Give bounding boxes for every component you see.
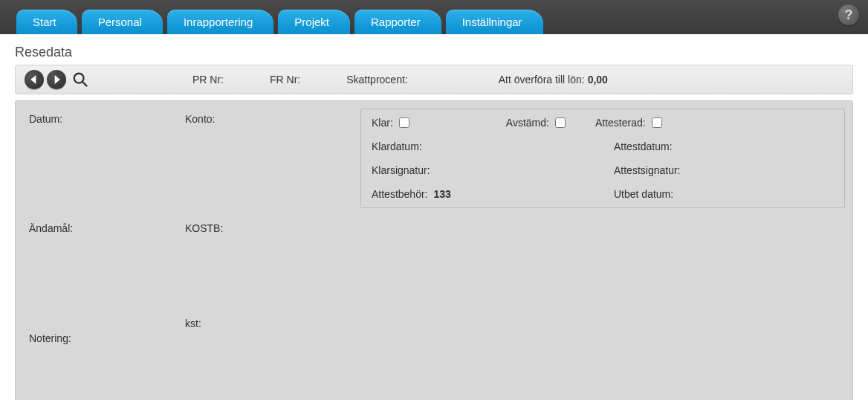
chevron-right-icon bbox=[52, 75, 61, 84]
transfer-value: 0,00 bbox=[588, 74, 608, 86]
attesterad-checkbox[interactable] bbox=[652, 117, 662, 128]
details-right: Klar: Avstämd: Attesterad: Klardatum: At… bbox=[360, 109, 845, 208]
klar-checkbox[interactable] bbox=[399, 117, 409, 128]
notering-label: Notering: bbox=[29, 332, 178, 400]
nav-tab-personal[interactable]: Personal bbox=[82, 10, 163, 34]
skatt-field: Skattprocent: bbox=[346, 74, 411, 86]
search-button[interactable] bbox=[71, 70, 90, 89]
help-icon[interactable]: ? bbox=[838, 4, 859, 25]
nav-tab-inrapportering[interactable]: Inrapportering bbox=[167, 10, 273, 34]
details-panel: Datum: Konto: Ändamål: KOSTB: Notering: … bbox=[15, 100, 853, 400]
konto-label: Konto: bbox=[185, 113, 347, 212]
fr-nr-label: FR Nr: bbox=[270, 74, 300, 86]
nav-tab-installningar[interactable]: Inställningar bbox=[446, 10, 543, 34]
utbet-label: Utbet datum: bbox=[614, 188, 673, 200]
transfer-field: Att överföra till lön: 0,00 bbox=[499, 74, 608, 86]
toolbar: PR Nr: FR Nr: Skattprocent: Att överföra… bbox=[15, 65, 853, 94]
nav-tab-start[interactable]: Start bbox=[16, 10, 77, 34]
attestdatum-label: Attestdatum: bbox=[614, 141, 673, 152]
next-record-button[interactable] bbox=[47, 70, 66, 89]
datum-label: Datum: bbox=[29, 113, 178, 212]
svg-line-3 bbox=[82, 82, 87, 86]
page-title: Resedata bbox=[15, 45, 853, 60]
attestbehor-label: Attestbehör: bbox=[372, 188, 428, 200]
klardatum-label: Klardatum: bbox=[372, 141, 422, 152]
attesterad-label: Attesterad: bbox=[595, 117, 646, 129]
svg-marker-1 bbox=[55, 75, 60, 84]
top-nav: Start Personal Inrapportering Projekt Ra… bbox=[0, 0, 868, 34]
klarsignatur-label: Klarsignatur: bbox=[372, 164, 430, 176]
transfer-label: Att överföra till lön: bbox=[499, 74, 585, 86]
prev-record-button[interactable] bbox=[25, 70, 44, 89]
kostb-label: KOSTB: bbox=[185, 222, 347, 321]
klar-label: Klar: bbox=[372, 117, 393, 129]
chevron-left-icon bbox=[30, 75, 39, 84]
details-left: Datum: Konto: Ändamål: KOSTB: Notering: … bbox=[23, 109, 350, 400]
avstamd-checkbox[interactable] bbox=[555, 117, 566, 128]
pr-nr-label: PR Nr: bbox=[192, 74, 224, 86]
attestsignatur-label: Attestsignatur: bbox=[614, 164, 681, 176]
fr-nr-field: FR Nr: bbox=[270, 74, 303, 86]
pr-nr-field: PR Nr: bbox=[192, 74, 227, 86]
kst-label: kst: bbox=[185, 317, 347, 400]
attestbehor-value: 133 bbox=[434, 188, 451, 200]
nav-tab-rapporter[interactable]: Rapporter bbox=[354, 10, 441, 34]
andamal-label: Ändamål: bbox=[29, 222, 178, 321]
avstamd-label: Avstämd: bbox=[506, 117, 549, 129]
svg-point-2 bbox=[74, 74, 84, 83]
svg-marker-0 bbox=[30, 75, 36, 84]
skatt-label: Skattprocent: bbox=[346, 74, 408, 86]
nav-tab-projekt[interactable]: Projekt bbox=[278, 10, 350, 34]
search-icon bbox=[72, 71, 88, 88]
